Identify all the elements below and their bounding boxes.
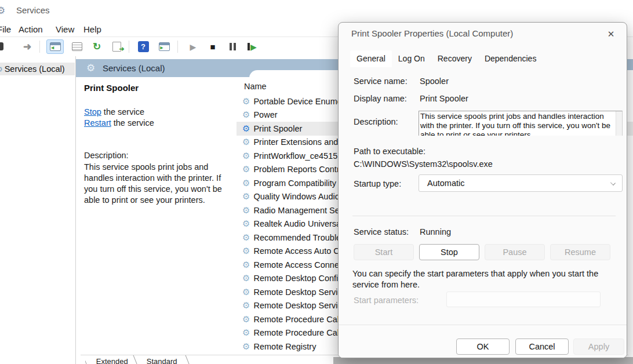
pause-button: Pause: [485, 244, 545, 260]
restart-service-rest: the service: [111, 118, 154, 128]
resume-button: Resume: [550, 244, 610, 260]
start-parameters-hint: You can specify the start parameters tha…: [352, 268, 624, 290]
service-gear-icon: ⚙: [242, 191, 250, 202]
service-gear-icon: ⚙: [242, 300, 250, 311]
service-name-label: Remote Desktop Config: [253, 274, 343, 283]
service-gear-icon: ⚙: [242, 260, 250, 270]
display-name-value: Print Spooler: [420, 94, 468, 103]
export-list-icon[interactable]: [108, 39, 125, 54]
selected-service-title: Print Spooler: [84, 83, 139, 93]
stop-service-link[interactable]: Stop: [84, 107, 101, 117]
service-gear-icon: ⚙: [242, 232, 250, 243]
dialog-divider: [352, 216, 616, 216]
start-parameters-input[interactable]: [446, 292, 601, 307]
service-name-label: Problem Reports Contro: [253, 165, 344, 174]
path-to-executable-label: Path to executable:: [354, 147, 425, 156]
service-status-value: Running: [420, 227, 451, 236]
stop-service-icon[interactable]: ■: [204, 39, 221, 54]
path-to-executable-value: C:\WINDOWS\System32\spoolsv.exe: [354, 159, 493, 169]
apply-button: Apply: [573, 338, 624, 355]
service-gear-icon: ⚙: [242, 314, 250, 325]
service-name-label: Remote Access Connect: [253, 260, 345, 270]
toolbar-separator: [177, 41, 178, 53]
stop-service-rest: the service: [101, 107, 144, 117]
show-hide-console-tree-icon[interactable]: ◂: [46, 39, 64, 54]
service-gear-icon: ⚙: [242, 137, 250, 147]
refresh-icon[interactable]: ↻: [88, 39, 106, 54]
service-gear-icon: ⚙: [242, 164, 250, 174]
service-name-label: Recommended Troubles: [253, 233, 345, 242]
tab-recovery[interactable]: Recovery: [431, 50, 478, 67]
service-name-label: Portable Device Enumer: [253, 97, 344, 106]
service-name-label: Remote Procedure Call (: [253, 315, 346, 324]
start-button: Start: [354, 244, 414, 260]
description-label: Description:: [354, 117, 398, 126]
service-gear-icon: ⚙: [242, 110, 250, 120]
services-app-icon: ⚙: [0, 5, 5, 17]
service-gear-icon: ⚙: [242, 246, 250, 256]
service-gear-icon: ⚙: [242, 273, 250, 283]
panel-header-title: Services (Local): [103, 63, 165, 73]
service-name-label: Service name:: [354, 77, 408, 86]
window-titlebar: ⚙ Services: [0, 0, 633, 21]
service-gear-icon: ⚙: [242, 178, 250, 188]
service-name-label: Printer Extensions and N: [253, 137, 346, 147]
tab-log-on[interactable]: Log On: [392, 50, 431, 67]
window-title: Services: [16, 5, 50, 15]
properties-icon[interactable]: [68, 39, 86, 54]
panel-description-label: Description:: [84, 151, 129, 160]
description-scrollbar[interactable]: [616, 111, 622, 136]
stop-service-line: Stop the service: [84, 107, 144, 117]
startup-type-dropdown[interactable]: Automatic: [419, 174, 623, 192]
restart-service-line: Restart the service: [84, 118, 154, 128]
stop-button[interactable]: Stop: [419, 244, 479, 260]
panel-description-text: This service spools print jobs and handl…: [84, 162, 232, 206]
description-box[interactable]: This service spools print jobs and handl…: [419, 111, 623, 136]
menu-file[interactable]: File: [0, 23, 13, 35]
service-status-label: Service status:: [354, 227, 409, 236]
tab-dependencies[interactable]: Dependencies: [478, 50, 543, 67]
service-name-label: Program Compatibility A: [253, 179, 344, 188]
panel-header-gear-icon: ⚙: [86, 62, 95, 74]
menu-action[interactable]: Action: [16, 23, 45, 35]
service-name-label: Remote Desktop Service: [253, 301, 346, 310]
tab-general[interactable]: General: [350, 50, 392, 67]
start-parameters-label: Start parameters:: [354, 296, 419, 305]
service-name-label: Remote Access Auto Co: [253, 246, 344, 256]
tab-standard[interactable]: Standard: [133, 355, 191, 364]
restart-service-link[interactable]: Restart: [84, 118, 111, 128]
toolbar-separator: [39, 41, 40, 53]
close-icon[interactable]: ✕: [603, 27, 619, 41]
description-text: This service spools print jobs and handl…: [419, 111, 622, 136]
back-icon[interactable]: [0, 42, 3, 50]
service-name-label: Remote Procedure Call (: [253, 328, 346, 337]
restart-service-icon[interactable]: ▶: [243, 39, 261, 54]
print-spooler-properties-dialog: Print Spooler Properties (Local Computer…: [338, 22, 627, 358]
service-name-label: Radio Management Ser: [253, 206, 342, 215]
console-tree-panel: ⚙ Services (Local): [0, 56, 76, 364]
menu-view[interactable]: View: [53, 23, 77, 35]
display-name-label: Display name:: [354, 94, 407, 103]
menu-help[interactable]: Help: [81, 23, 104, 35]
service-name-label: Remote Desktop Service: [253, 287, 346, 297]
service-name-label: Power: [253, 110, 277, 119]
service-gear-icon: ⚙: [242, 151, 250, 161]
service-name-label: Print Spooler: [253, 124, 302, 133]
show-hide-action-pane-icon[interactable]: ▸: [155, 39, 173, 54]
dialog-title: Print Spooler Properties (Local Computer…: [351, 28, 513, 38]
service-gear-icon: ⚙: [242, 123, 250, 134]
ok-button[interactable]: OK: [456, 338, 510, 355]
service-gear-icon: ⚙: [242, 96, 250, 107]
cancel-button[interactable]: Cancel: [515, 338, 569, 355]
pause-service-icon[interactable]: [224, 39, 241, 54]
tree-item-services-local[interactable]: ⚙ Services (Local): [0, 63, 75, 75]
startup-type-value: Automatic: [427, 179, 464, 188]
service-name-value: Spooler: [420, 77, 449, 86]
help-icon[interactable]: ?: [134, 39, 152, 54]
toolbar-separator: [129, 41, 129, 53]
start-service-icon[interactable]: ▶: [184, 39, 202, 54]
service-gear-icon: ⚙: [242, 327, 250, 338]
forward-icon[interactable]: ➜: [20, 39, 35, 54]
service-gear-icon: ⚙: [242, 205, 250, 216]
view-tabs: Extended Standard: [85, 355, 317, 364]
